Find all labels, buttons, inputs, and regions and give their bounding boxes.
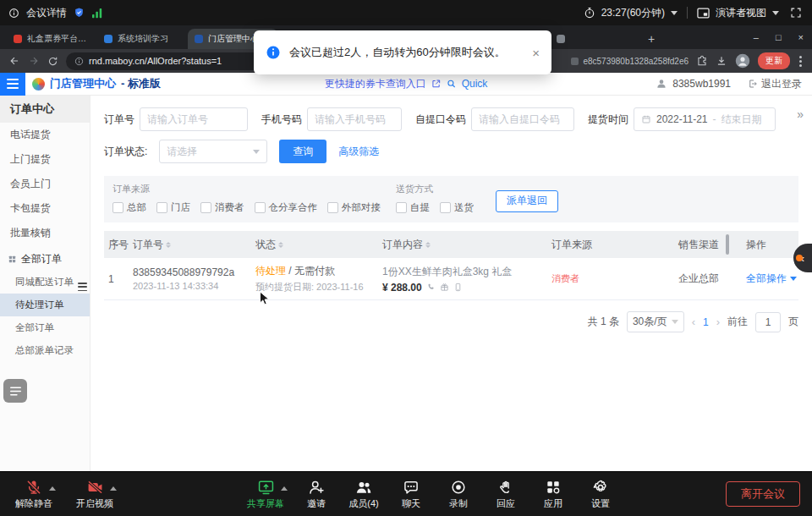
goto-page-input[interactable] xyxy=(755,312,781,332)
toast-message: 会议已超过2人，自动转为60分钟限时会议。 xyxy=(289,45,506,60)
reactions-button[interactable]: 回应 xyxy=(486,479,526,510)
checkbox-hq[interactable]: 总部 xyxy=(112,201,146,214)
browser-tab[interactable] xyxy=(550,29,640,49)
page-size-select[interactable]: 30条/页 xyxy=(627,311,684,332)
site-info-icon[interactable] xyxy=(74,57,84,66)
table-row[interactable]: 1 83859345088979792a 2023-11-13 14:33:34… xyxy=(104,258,798,300)
extensions-puzzle-icon[interactable] xyxy=(696,55,708,67)
current-page[interactable]: 1 xyxy=(703,316,709,328)
toast-close-icon[interactable]: × xyxy=(532,46,540,60)
advanced-filter-link[interactable]: 高级筛选 xyxy=(338,145,379,159)
quick-label[interactable]: Quick xyxy=(462,78,488,90)
col-status[interactable]: 状态 xyxy=(255,238,382,252)
checkbox-icon xyxy=(200,202,211,213)
settings-button[interactable]: 设置 xyxy=(580,479,621,510)
profile-avatar[interactable] xyxy=(735,53,750,69)
mute-options-caret[interactable] xyxy=(49,483,56,491)
refresh-icon[interactable] xyxy=(47,56,58,67)
window-minimize-button[interactable]: – xyxy=(745,25,767,49)
meeting-details-label[interactable]: 会议详情 xyxy=(26,6,67,20)
app-title: 门店管理中心 xyxy=(50,76,116,91)
external-link-icon[interactable] xyxy=(431,79,442,89)
device-icon xyxy=(453,283,463,292)
microphone-muted-icon xyxy=(25,479,42,496)
order-number[interactable]: 83859345088979792a xyxy=(133,266,255,278)
logout-icon xyxy=(748,79,758,89)
date-range-picker[interactable]: 2022-11-21 - 结束日期 xyxy=(634,107,776,131)
sidebar-group-all-orders[interactable]: 全部订单 xyxy=(0,247,90,271)
checkbox-external[interactable]: 外部对接 xyxy=(327,201,381,214)
menu-toggle-button[interactable] xyxy=(0,73,25,96)
coupon-query-link[interactable]: 更快捷的券卡查询入口 xyxy=(325,77,426,91)
checkbox-icon xyxy=(440,202,451,213)
username[interactable]: 8385wb1991 xyxy=(672,78,731,90)
download-icon[interactable] xyxy=(716,55,727,67)
view-caret-icon[interactable] xyxy=(772,11,779,19)
info-icon[interactable] xyxy=(8,8,19,19)
members-button[interactable]: 成员(4) xyxy=(343,479,384,510)
browser-menu-icon[interactable] xyxy=(798,56,804,67)
source-filter-panel: 订单来源 总部 门店 消费者 仓分享合作 外部对接 送货方式 自提 送货 xyxy=(104,176,798,222)
fullscreen-icon[interactable] xyxy=(790,7,802,19)
forward-icon[interactable] xyxy=(28,55,40,67)
col-order-no[interactable]: 订单号 xyxy=(133,238,255,252)
checkbox-consumer[interactable]: 消费者 xyxy=(200,201,244,214)
leave-meeting-button[interactable]: 离开会议 xyxy=(726,481,800,507)
search-icon[interactable] xyxy=(447,79,457,89)
share-screen-button[interactable]: 共享屏幕 xyxy=(242,479,289,510)
back-icon[interactable] xyxy=(8,55,20,67)
search-button[interactable]: 查询 xyxy=(279,140,326,163)
scrollbar-thumb[interactable] xyxy=(726,234,729,255)
sidebar-subitem-city-delivery[interactable]: 同城配送订单 xyxy=(0,271,90,294)
screen: 会议详情 23:27(60分钟) 演讲者视图 礼盒票券平台管理中心 系统培训学习… xyxy=(0,0,812,516)
share-options-caret[interactable] xyxy=(281,483,288,491)
sidebar-item-phone-pickup[interactable]: 电话提货 xyxy=(0,123,90,147)
all-actions-dropdown[interactable]: 全部操作 xyxy=(746,272,798,286)
col-content[interactable]: 订单内容 xyxy=(382,238,551,252)
browser-tab[interactable]: 礼盒票券平台管理中心 xyxy=(7,29,97,49)
sidebar-subitem-hq-dispatch[interactable]: 总部派单记录 xyxy=(0,339,90,362)
next-page-button[interactable]: › xyxy=(716,316,720,328)
sidebar-drag-icon[interactable] xyxy=(78,283,87,291)
sidebar-item-member-visit[interactable]: 会员上门 xyxy=(0,172,90,196)
app-header: 门店管理中心 - 标准版 更快捷的券卡查询入口 Quick 8385wb1991… xyxy=(0,73,812,96)
start-video-button[interactable]: 开启视频 xyxy=(71,479,118,510)
prev-page-button[interactable]: ‹ xyxy=(692,316,695,328)
order-no-input[interactable] xyxy=(140,107,248,131)
chat-button[interactable]: 聊天 xyxy=(391,479,431,510)
browser-tab[interactable]: 系统培训学习 xyxy=(97,29,188,49)
favicon xyxy=(104,35,112,43)
unmute-button[interactable]: 解除静音 xyxy=(10,479,58,510)
order-status-select[interactable]: 请选择 xyxy=(159,140,267,163)
phone-input[interactable] xyxy=(307,107,402,131)
logout-button[interactable]: 退出登录 xyxy=(748,77,802,91)
sidebar-item-door-pickup[interactable]: 上门提货 xyxy=(0,147,90,172)
pay-status: / 无需付款 xyxy=(288,265,335,277)
video-options-caret[interactable] xyxy=(110,483,117,491)
floating-toolbar-button[interactable] xyxy=(3,379,27,403)
checkbox-self-pickup[interactable]: 自提 xyxy=(396,201,430,214)
apps-button[interactable]: 应用 xyxy=(533,479,573,510)
bookmark-item[interactable]: e8c573980b1328a258fd2e6 xyxy=(571,57,689,66)
dispatch-return-button[interactable]: 派单退回 xyxy=(496,190,558,212)
timer-caret-icon[interactable] xyxy=(671,11,678,19)
filter-collapse-icon[interactable]: » xyxy=(797,107,804,121)
pagination: 共 1 条 30条/页 ‹ 1 › 前往 页 xyxy=(104,311,798,332)
window-maximize-button[interactable]: □ xyxy=(767,25,790,49)
sidebar-subitem-all-orders[interactable]: 全部订单 xyxy=(0,316,90,339)
checkbox-store[interactable]: 门店 xyxy=(156,201,190,214)
pickup-code-input[interactable] xyxy=(471,107,574,131)
sidebar-item-batch-verify[interactable]: 批量核销 xyxy=(0,221,90,245)
sidebar-subitem-pending-orders[interactable]: 待处理订单 xyxy=(0,294,90,316)
checkbox-warehouse-share[interactable]: 仓分享合作 xyxy=(255,201,318,214)
view-mode-label[interactable]: 演讲者视图 xyxy=(716,6,766,20)
record-button[interactable]: 录制 xyxy=(438,479,479,510)
invite-button[interactable]: 邀请 xyxy=(296,479,337,510)
checkbox-delivery[interactable]: 送货 xyxy=(440,201,474,214)
window-close-button[interactable]: × xyxy=(790,25,812,49)
new-tab-button[interactable]: + xyxy=(640,29,662,49)
sidebar-item-card-pickup[interactable]: 卡包提货 xyxy=(0,196,90,221)
shield-check-icon[interactable] xyxy=(74,7,85,19)
timer-icon xyxy=(584,7,595,19)
chrome-update-button[interactable]: 更新 xyxy=(758,52,790,69)
